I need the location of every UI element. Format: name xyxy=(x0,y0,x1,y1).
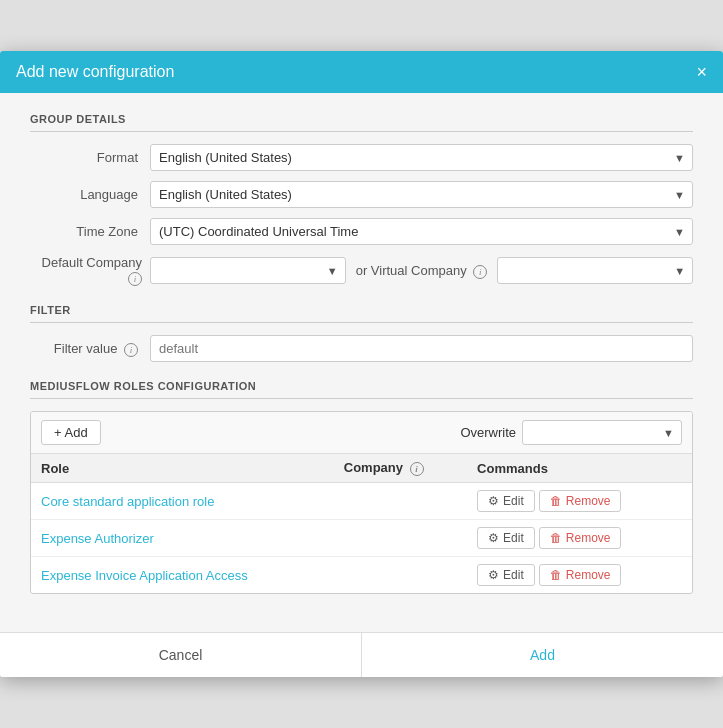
roles-container: + Add Overwrite ▼ xyxy=(30,411,693,594)
commands-cell: ⚙ Edit🗑 Remove xyxy=(467,557,692,594)
modal-title: Add new configuration xyxy=(16,63,174,81)
company-separator: or Virtual Company i xyxy=(346,263,498,279)
filter-section: FILTER Filter value i xyxy=(30,304,693,362)
edit-button[interactable]: ⚙ Edit xyxy=(477,527,535,549)
close-button[interactable]: × xyxy=(696,63,707,81)
timezone-label: Time Zone xyxy=(30,224,150,239)
format-select[interactable]: English (United States) xyxy=(150,144,693,171)
roles-toolbar: + Add Overwrite ▼ xyxy=(31,412,692,454)
col-role: Role xyxy=(31,454,334,483)
add-button[interactable]: Add xyxy=(362,633,723,677)
language-group: Language English (United States) ▼ xyxy=(30,181,693,208)
gear-icon: ⚙ xyxy=(488,494,499,508)
language-select-wrapper: English (United States) ▼ xyxy=(150,181,693,208)
filter-title: FILTER xyxy=(30,304,693,323)
trash-icon: 🗑 xyxy=(550,568,562,582)
default-company-field: ▼ or Virtual Company i ▼ xyxy=(150,257,693,284)
virtual-company-select[interactable] xyxy=(497,257,693,284)
filter-value-info-icon: i xyxy=(124,343,138,357)
format-label: Format xyxy=(30,150,150,165)
timezone-select[interactable]: (UTC) Coordinated Universal Time xyxy=(150,218,693,245)
filter-value-group: Filter value i xyxy=(30,335,693,362)
overwrite-select[interactable] xyxy=(522,420,682,445)
edit-button[interactable]: ⚙ Edit xyxy=(477,490,535,512)
company-cell xyxy=(334,483,467,520)
format-select-wrapper: English (United States) ▼ xyxy=(150,144,693,171)
remove-button[interactable]: 🗑 Remove xyxy=(539,564,622,586)
overwrite-row: Overwrite ▼ xyxy=(460,420,682,445)
group-details-title: GROUP DETAILS xyxy=(30,113,693,132)
role-link[interactable]: Core standard application role xyxy=(41,494,214,509)
table-row: Expense Invoice Application Access⚙ Edit… xyxy=(31,557,692,594)
format-group: Format English (United States) ▼ xyxy=(30,144,693,171)
cancel-button[interactable]: Cancel xyxy=(0,633,362,677)
default-company-select[interactable] xyxy=(150,257,346,284)
table-header-row: Role Company i Commands xyxy=(31,454,692,483)
col-commands: Commands xyxy=(467,454,692,483)
modal-footer: Cancel Add xyxy=(0,632,723,677)
overwrite-select-wrapper: ▼ xyxy=(522,420,682,445)
roles-table: Role Company i Commands Core standard ap… xyxy=(31,454,692,593)
company-group: Default Company i ▼ or Virtual Company i xyxy=(30,255,693,286)
role-cell: Expense Invoice Application Access xyxy=(31,557,334,594)
role-link[interactable]: Expense Authorizer xyxy=(41,531,154,546)
default-company-label: Default Company i xyxy=(30,255,150,286)
col-company: Company i xyxy=(334,454,467,483)
timezone-select-wrapper: (UTC) Coordinated Universal Time ▼ xyxy=(150,218,693,245)
remove-button[interactable]: 🗑 Remove xyxy=(539,527,622,549)
edit-button[interactable]: ⚙ Edit xyxy=(477,564,535,586)
timezone-group: Time Zone (UTC) Coordinated Universal Ti… xyxy=(30,218,693,245)
modal-body: GROUP DETAILS Format English (United Sta… xyxy=(0,93,723,632)
trash-icon: 🗑 xyxy=(550,531,562,545)
language-select[interactable]: English (United States) xyxy=(150,181,693,208)
table-row: Expense Authorizer⚙ Edit🗑 Remove xyxy=(31,520,692,557)
filter-value-label: Filter value i xyxy=(30,341,150,357)
company-col-info-icon: i xyxy=(410,462,424,476)
role-cell: Expense Authorizer xyxy=(31,520,334,557)
role-link[interactable]: Expense Invoice Application Access xyxy=(41,568,248,583)
role-cell: Core standard application role xyxy=(31,483,334,520)
gear-icon: ⚙ xyxy=(488,568,499,582)
filter-value-input[interactable] xyxy=(150,335,693,362)
company-cell xyxy=(334,520,467,557)
remove-button[interactable]: 🗑 Remove xyxy=(539,490,622,512)
modal-header: Add new configuration × xyxy=(0,51,723,93)
virtual-company-select-wrapper: ▼ xyxy=(497,257,693,284)
default-company-select-wrapper: ▼ xyxy=(150,257,346,284)
virtual-company-info-icon: i xyxy=(473,265,487,279)
table-row: Core standard application role⚙ Edit🗑 Re… xyxy=(31,483,692,520)
commands-cell: ⚙ Edit🗑 Remove xyxy=(467,520,692,557)
group-details-section: GROUP DETAILS Format English (United Sta… xyxy=(30,113,693,286)
language-label: Language xyxy=(30,187,150,202)
default-company-info-icon: i xyxy=(128,272,142,286)
trash-icon: 🗑 xyxy=(550,494,562,508)
overwrite-label: Overwrite xyxy=(460,425,516,440)
roles-section: MEDIUSFLOW ROLES CONFIGURATION + Add Ove… xyxy=(30,380,693,594)
company-cell xyxy=(334,557,467,594)
commands-cell: ⚙ Edit🗑 Remove xyxy=(467,483,692,520)
modal-container: Add new configuration × GROUP DETAILS Fo… xyxy=(0,51,723,677)
roles-table-wrapper: Role Company i Commands Core standard ap… xyxy=(31,454,692,593)
add-role-button[interactable]: + Add xyxy=(41,420,101,445)
gear-icon: ⚙ xyxy=(488,531,499,545)
roles-title: MEDIUSFLOW ROLES CONFIGURATION xyxy=(30,380,693,399)
